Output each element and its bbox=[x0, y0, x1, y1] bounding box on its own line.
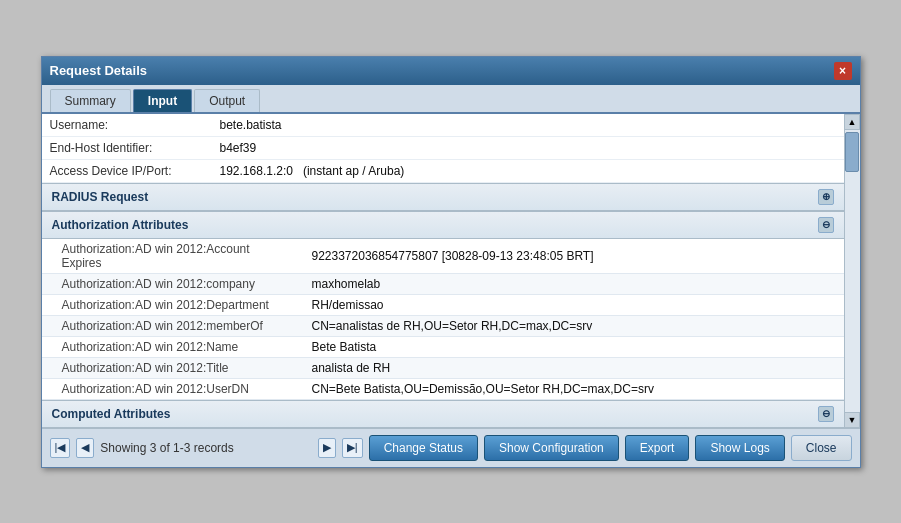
table-row: End-Host Identifier: b4ef39 bbox=[42, 136, 844, 159]
value-endhost: b4ef39 bbox=[212, 136, 844, 159]
show-configuration-button[interactable]: Show Configuration bbox=[484, 435, 619, 461]
table-row: Authorization:AD win 2012:Title analista… bbox=[42, 357, 844, 378]
value-access-device: 192.168.1.2:0 (instant ap / Aruba) bbox=[212, 159, 844, 182]
dialog-title-bar: Request Details × bbox=[42, 57, 860, 85]
footer: |◀ ◀ Showing 3 of 1-3 records ▶ ▶| Chang… bbox=[42, 428, 860, 467]
export-button[interactable]: Export bbox=[625, 435, 690, 461]
tab-input[interactable]: Input bbox=[133, 89, 192, 112]
section-computed-label: Computed Attributes bbox=[52, 407, 171, 421]
table-row: Access Device IP/Port: 192.168.1.2:0 (in… bbox=[42, 159, 844, 182]
tab-output[interactable]: Output bbox=[194, 89, 260, 112]
section-computed-toggle[interactable]: ⊖ bbox=[818, 406, 834, 422]
close-button[interactable]: Close bbox=[791, 435, 852, 461]
table-row: Authorization:AD win 2012:Account Expire… bbox=[42, 239, 844, 274]
attr-key: Authorization:AD win 2012:memberOf bbox=[42, 315, 292, 336]
section-computed: Computed Attributes ⊖ bbox=[42, 400, 844, 428]
value-username: bete.batista bbox=[212, 114, 844, 137]
attr-value: CN=analistas de RH,OU=Setor RH,DC=max,DC… bbox=[292, 315, 844, 336]
content-area: Username: bete.batista End-Host Identifi… bbox=[42, 114, 860, 428]
attr-key: Authorization:AD win 2012:Account Expire… bbox=[42, 239, 292, 274]
dialog-close-button[interactable]: × bbox=[834, 62, 852, 80]
table-row: Authorization:AD win 2012:Name Bete Bati… bbox=[42, 336, 844, 357]
prev-page-button[interactable]: ◀ bbox=[76, 438, 94, 458]
section-auth-label: Authorization Attributes bbox=[52, 218, 189, 232]
show-logs-button[interactable]: Show Logs bbox=[695, 435, 784, 461]
dialog-title: Request Details bbox=[50, 63, 148, 78]
label-username: Username: bbox=[42, 114, 212, 137]
table-row: Authorization:AD win 2012:company maxhom… bbox=[42, 273, 844, 294]
table-row: Authorization:AD win 2012:Department RH/… bbox=[42, 294, 844, 315]
section-radius-toggle[interactable]: ⊕ bbox=[818, 189, 834, 205]
section-auth: Authorization Attributes ⊖ bbox=[42, 211, 844, 239]
attr-key: Authorization:AD win 2012:Name bbox=[42, 336, 292, 357]
table-row: Authorization:AD win 2012:memberOf CN=an… bbox=[42, 315, 844, 336]
records-info: Showing 3 of 1-3 records bbox=[100, 441, 311, 455]
attr-value: analista de RH bbox=[292, 357, 844, 378]
attr-value: Bete Batista bbox=[292, 336, 844, 357]
info-table: Username: bete.batista End-Host Identifi… bbox=[42, 114, 844, 183]
attr-value: maxhomelab bbox=[292, 273, 844, 294]
last-page-button[interactable]: ▶| bbox=[342, 438, 363, 458]
auth-attr-table: Authorization:AD win 2012:Account Expire… bbox=[42, 239, 844, 400]
attr-value: 9223372036854775807 [30828-09-13 23:48:0… bbox=[292, 239, 844, 274]
scrollbar-down-button[interactable]: ▼ bbox=[844, 412, 860, 428]
attr-value: RH/demissao bbox=[292, 294, 844, 315]
scroll-content: Username: bete.batista End-Host Identifi… bbox=[42, 114, 844, 428]
label-access-device: Access Device IP/Port: bbox=[42, 159, 212, 182]
table-row: Username: bete.batista bbox=[42, 114, 844, 137]
attr-key: Authorization:AD win 2012:Department bbox=[42, 294, 292, 315]
change-status-button[interactable]: Change Status bbox=[369, 435, 478, 461]
attr-value: CN=Bete Batista,OU=Demissão,OU=Setor RH,… bbox=[292, 378, 844, 399]
table-row: Authorization:AD win 2012:UserDN CN=Bete… bbox=[42, 378, 844, 399]
section-radius-label: RADIUS Request bbox=[52, 190, 149, 204]
scrollbar-up-button[interactable]: ▲ bbox=[844, 114, 860, 130]
label-endhost: End-Host Identifier: bbox=[42, 136, 212, 159]
tabs-bar: Summary Input Output bbox=[42, 85, 860, 114]
attr-key: Authorization:AD win 2012:UserDN bbox=[42, 378, 292, 399]
attr-key: Authorization:AD win 2012:company bbox=[42, 273, 292, 294]
request-details-dialog: Request Details × Summary Input Output U… bbox=[41, 56, 861, 468]
first-page-button[interactable]: |◀ bbox=[50, 438, 71, 458]
section-auth-toggle[interactable]: ⊖ bbox=[818, 217, 834, 233]
scrollbar: ▲ ▼ bbox=[844, 114, 860, 428]
scrollbar-thumb[interactable] bbox=[845, 132, 859, 172]
section-radius: RADIUS Request ⊕ bbox=[42, 183, 844, 211]
tab-summary[interactable]: Summary bbox=[50, 89, 131, 112]
attr-key: Authorization:AD win 2012:Title bbox=[42, 357, 292, 378]
next-page-button[interactable]: ▶ bbox=[318, 438, 336, 458]
